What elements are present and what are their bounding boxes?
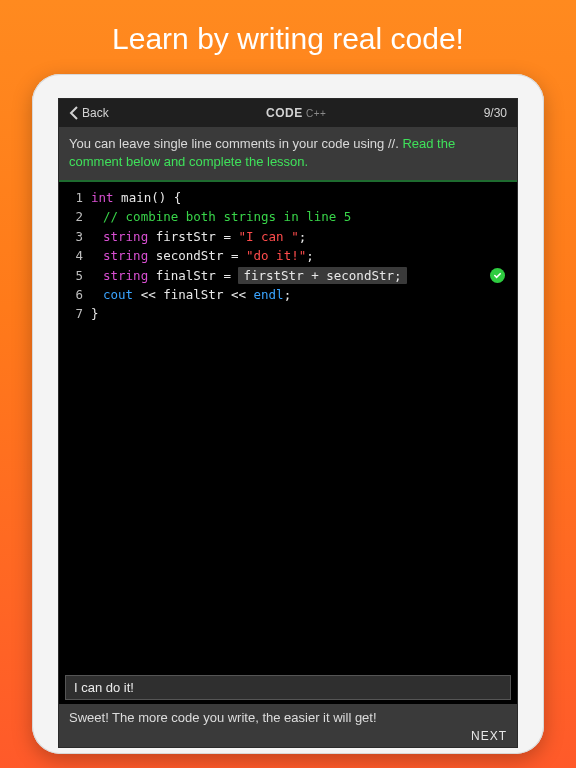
keyword: string (103, 268, 148, 283)
tablet-frame: Back CODE C++ 9/30 You can leave single … (32, 74, 544, 754)
promo-headline: Learn by writing real code! (112, 0, 464, 74)
io-keyword: cout (103, 287, 133, 302)
code-line: 3 string firstStr = "I can "; (65, 227, 511, 246)
string-literal: "do it!" (246, 248, 306, 263)
user-code-input[interactable]: firstStr + secondStr; (238, 267, 406, 284)
app-screen: Back CODE C++ 9/30 You can leave single … (58, 98, 518, 748)
code-text: finalStr = (148, 268, 238, 283)
title-sub: C++ (303, 108, 327, 119)
line-number: 6 (65, 285, 83, 304)
footer-bar: Sweet! The more code you write, the easi… (59, 704, 517, 747)
promo-background: Learn by writing real code! Back CODE C+… (0, 0, 576, 768)
keyword: string (103, 229, 148, 244)
lesson-progress: 9/30 (484, 106, 507, 120)
code-text: << finalStr << (133, 287, 253, 302)
back-button[interactable]: Back (69, 106, 109, 120)
top-bar: Back CODE C++ 9/30 (59, 99, 517, 127)
title-main: CODE (266, 106, 303, 120)
line-number: 1 (65, 188, 83, 207)
next-button[interactable]: NEXT (69, 729, 507, 743)
checkmark-icon (490, 268, 505, 283)
code-line: 6 cout << finalStr << endl; (65, 285, 511, 304)
line-number: 7 (65, 304, 83, 323)
output-box: I can do it! (65, 675, 511, 700)
code-text: ; (299, 229, 307, 244)
code-line: 7 } (65, 304, 511, 323)
code-text: ; (284, 287, 292, 302)
code-text: ; (306, 248, 314, 263)
string-literal: "I can " (238, 229, 298, 244)
code-text: main() { (114, 190, 182, 205)
code-line: 1 int main() { (65, 188, 511, 207)
line-number: 4 (65, 246, 83, 265)
instruction-bar: You can leave single line comments in yo… (59, 127, 517, 182)
keyword: int (91, 190, 114, 205)
code-text: secondStr = (148, 248, 246, 263)
keyword: string (103, 248, 148, 263)
back-label: Back (82, 106, 109, 120)
code-text: } (91, 304, 99, 323)
chevron-left-icon (69, 106, 79, 120)
line-number: 2 (65, 207, 83, 226)
io-keyword: endl (254, 287, 284, 302)
code-line: 2 // combine both strings in line 5 (65, 207, 511, 226)
app-title: CODE C++ (266, 106, 326, 120)
code-editor[interactable]: 1 int main() { 2 // combine both strings… (59, 182, 517, 675)
line-number: 5 (65, 266, 83, 285)
code-text: firstStr = (148, 229, 238, 244)
line-number: 3 (65, 227, 83, 246)
footer-message: Sweet! The more code you write, the easi… (69, 710, 507, 725)
instruction-text: You can leave single line comments in yo… (69, 136, 402, 151)
code-line: 4 string secondStr = "do it!"; (65, 246, 511, 265)
code-line: 5 string finalStr = firstStr + secondStr… (65, 266, 511, 285)
comment: // combine both strings in line 5 (103, 209, 351, 224)
